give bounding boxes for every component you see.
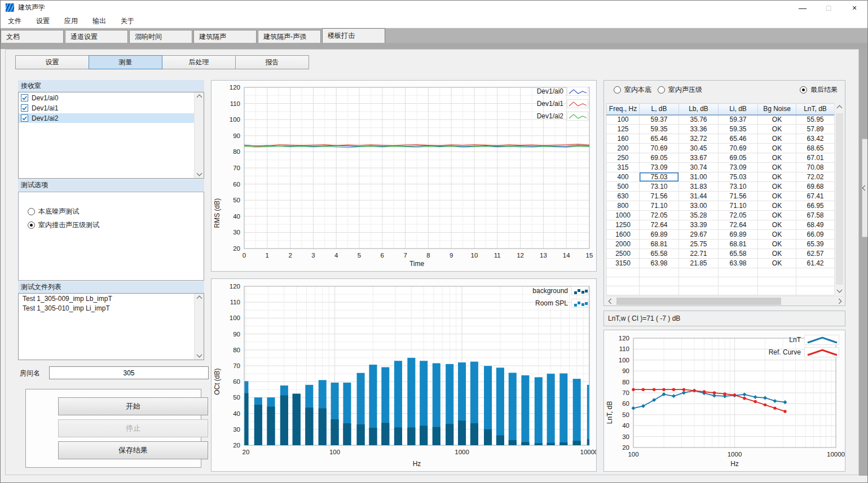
table-cell[interactable]: 72.64 [640, 220, 679, 230]
table-cell[interactable]: 72.02 [796, 172, 835, 182]
table-cell[interactable]: 72.64 [719, 220, 758, 230]
table-cell[interactable]: 25.75 [679, 240, 719, 249]
channel-item-0[interactable]: Dev1/ai0 [19, 93, 194, 103]
table-cell[interactable]: 315 [607, 163, 640, 172]
table-cell[interactable]: 70.69 [640, 144, 679, 153]
column-header[interactable]: Li, dB [719, 104, 758, 115]
table-cell[interactable] [719, 268, 758, 277]
radio-selected[interactable] [28, 221, 35, 229]
table-cell[interactable]: 1250 [607, 220, 640, 230]
table-cell[interactable]: 21.85 [679, 259, 719, 268]
table-cell[interactable]: 32.72 [679, 134, 719, 144]
radio-unselected[interactable] [658, 86, 665, 94]
table-cell[interactable]: OK [758, 192, 796, 201]
result-view-radio-1[interactable]: 室内声压级 [658, 85, 702, 95]
scroll-left-arrow[interactable] [609, 299, 614, 304]
table-cell[interactable]: 72.05 [640, 211, 679, 220]
scroll-up-arrow[interactable] [197, 296, 202, 302]
table-cell[interactable] [796, 268, 835, 277]
checkbox-checked[interactable] [21, 114, 28, 122]
table-cell[interactable] [640, 286, 679, 295]
save-results-button[interactable]: 保存结果 [58, 441, 208, 459]
table-vertical-scrollbar[interactable] [834, 103, 844, 295]
table-cell[interactable]: 30.45 [679, 144, 719, 153]
table-cell[interactable]: OK [758, 134, 796, 144]
checkbox-checked[interactable] [21, 94, 28, 101]
subtab-2[interactable]: 后处理 [162, 55, 236, 69]
table-cell[interactable] [796, 277, 835, 286]
table-cell[interactable]: 68.49 [796, 220, 835, 230]
menu-item-1[interactable]: 设置 [29, 15, 57, 28]
radio-unselected[interactable] [28, 208, 35, 215]
table-cell[interactable]: 65.58 [640, 249, 679, 259]
column-header[interactable]: Freq., Hz [607, 104, 640, 115]
result-view-radio-2[interactable]: 最后结果 [800, 85, 838, 95]
table-cell[interactable] [607, 268, 640, 277]
scrollbar-thumb[interactable] [836, 113, 843, 285]
module-tab-3[interactable]: 建筑隔声 [193, 30, 257, 43]
table-cell[interactable]: 400 [607, 172, 640, 182]
table-cell[interactable]: 63.98 [719, 259, 758, 268]
table-cell[interactable]: 22.71 [679, 249, 719, 259]
table-cell[interactable]: 67.01 [796, 153, 835, 163]
table-cell[interactable]: 59.37 [640, 115, 679, 125]
table-cell[interactable]: OK [758, 182, 796, 192]
menu-item-0[interactable]: 文件 [1, 15, 29, 28]
table-cell[interactable]: 630 [607, 192, 640, 201]
table-cell[interactable]: 71.10 [640, 201, 679, 211]
table-cell[interactable] [679, 286, 719, 295]
table-cell[interactable]: OK [758, 259, 796, 268]
module-tab-2[interactable]: 混响时间 [129, 30, 192, 43]
test-option-0[interactable]: 本底噪声测试 [28, 207, 79, 216]
table-cell[interactable]: 2500 [607, 249, 640, 259]
radio-unselected[interactable] [614, 86, 621, 94]
scrollbar-thumb[interactable] [616, 298, 781, 305]
table-cell[interactable] [719, 277, 758, 286]
test-option-1[interactable]: 室内撞击声压级测试 [28, 220, 99, 230]
table-cell[interactable]: 75.03 [719, 172, 758, 182]
table-cell[interactable]: 3150 [607, 259, 640, 268]
table-cell[interactable]: 500 [607, 182, 640, 192]
checkbox-checked[interactable] [21, 104, 28, 112]
table-cell[interactable]: OK [758, 230, 796, 240]
table-cell[interactable]: 67.41 [796, 192, 835, 201]
table-cell[interactable]: OK [758, 201, 796, 211]
table-cell[interactable]: 2000 [607, 240, 640, 249]
table-cell[interactable]: OK [758, 163, 796, 172]
table-cell[interactable]: 69.89 [719, 230, 758, 240]
table-cell[interactable]: 69.89 [640, 230, 679, 240]
table-cell[interactable]: 31.83 [679, 182, 719, 192]
module-tab-0[interactable]: 文档 [1, 30, 64, 43]
table-cell[interactable]: 200 [607, 144, 640, 153]
table-cell[interactable]: 250 [607, 153, 640, 163]
table-cell[interactable]: 65.46 [640, 134, 679, 144]
table-cell[interactable] [796, 286, 835, 295]
table-cell[interactable]: OK [758, 144, 796, 153]
table-cell[interactable]: 72.05 [719, 211, 758, 220]
menu-item-3[interactable]: 输出 [85, 15, 113, 28]
table-cell[interactable] [758, 286, 796, 295]
column-header[interactable]: LnT, dB [796, 104, 835, 115]
table-cell[interactable]: 71.10 [719, 201, 758, 211]
table-cell[interactable]: 125 [607, 125, 640, 134]
table-cell[interactable]: 71.56 [640, 192, 679, 201]
table-cell[interactable]: OK [758, 153, 796, 163]
result-view-radio-0[interactable]: 室内本底 [614, 85, 651, 95]
scroll-down-arrow[interactable] [837, 287, 843, 293]
table-cell[interactable] [679, 277, 719, 286]
subtab-0[interactable]: 设置 [15, 55, 89, 69]
table-cell[interactable]: OK [758, 249, 796, 259]
table-cell[interactable]: OK [758, 211, 796, 220]
table-cell[interactable]: 33.39 [679, 220, 719, 230]
table-cell[interactable]: 33.36 [679, 125, 719, 134]
table-cell[interactable] [640, 277, 679, 286]
table-cell[interactable]: 59.35 [640, 125, 679, 134]
table-cell[interactable]: 73.09 [719, 163, 758, 172]
subtab-1[interactable]: 测量 [89, 55, 162, 69]
table-cell[interactable] [758, 277, 796, 286]
scroll-up-arrow[interactable] [197, 95, 202, 100]
table-cell[interactable]: 65.58 [719, 249, 758, 259]
table-cell[interactable]: 68.81 [719, 240, 758, 249]
table-cell[interactable]: 68.65 [796, 144, 835, 153]
module-tab-4[interactable]: 建筑隔声-声强 [258, 30, 321, 43]
